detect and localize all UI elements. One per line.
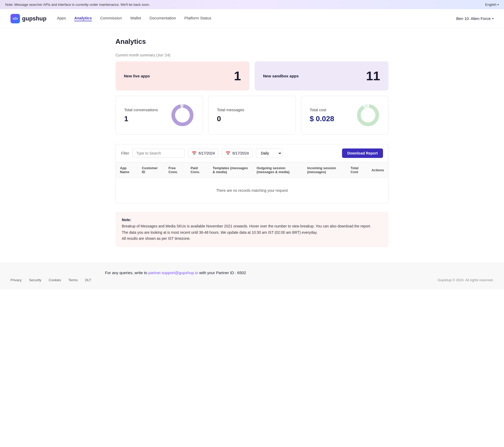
summary-row-1: New live apps 1 New sandbox apps 11 [116,61,388,91]
filter-row: Filter 📅 6/17/2024 📅 6/17/2024 Daily Wee… [116,144,388,162]
live-apps-value: 1 [234,69,241,83]
table-body: There are no records matching your reque… [116,178,388,203]
note-box: Note: Breakup of Messages and Media SKUs… [116,212,388,247]
svg-point-5 [362,109,374,121]
footer-email-link[interactable]: partner.support@gupshup.io [148,270,198,275]
user-menu[interactable]: Ben 10: Alien Force [456,16,494,21]
table-empty-message: There are no records matching your reque… [116,178,388,203]
logo-link[interactable]: </> gupshup [10,14,46,23]
messages-label: Total messages [217,108,244,112]
calendar-to-icon: 📅 [226,151,230,155]
footer-security[interactable]: Security [29,278,41,282]
maintenance-banner: Note: Message searcher APIs and interfac… [0,0,504,9]
analytics-table: App Name Customer ID Free Conv. Paid Con… [116,162,388,203]
table-header-row: App Name Customer ID Free Conv. Paid Con… [116,162,388,178]
sandbox-apps-label: New sandbox apps [263,74,299,78]
nav-platform-status[interactable]: Platform Status [184,16,211,21]
table-empty-row: There are no records matching your reque… [116,178,388,203]
data-table-container: App Name Customer ID Free Conv. Paid Con… [116,162,388,203]
col-total-cost: Total Cost [346,162,368,178]
table-header: App Name Customer ID Free Conv. Paid Con… [116,162,388,178]
messages-info: Total messages 0 [217,108,244,123]
language-selector[interactable]: English [485,3,499,7]
logo-icon: </> [10,14,20,23]
footer: For any queries, write to partner.suppor… [0,263,504,289]
nav-documentation[interactable]: Documentation [149,16,176,21]
search-input[interactable] [132,149,185,158]
col-free-conv: Free Conv. [164,162,186,178]
nav-commission[interactable]: Commission [100,16,122,21]
svg-point-2 [177,109,188,121]
note-line-3: All results are shown as per IST timezon… [122,236,382,242]
col-app-name: App Name [116,162,138,178]
nav-analytics[interactable]: Analytics [74,16,92,21]
footer-query: For any queries, write to partner.suppor… [105,270,246,275]
note-line-1: Breakup of Messages and Media SKUs is av… [122,223,382,230]
footer-query-text: For any queries, write to [105,270,148,275]
footer-cookies[interactable]: Cookies [49,278,61,282]
sandbox-apps-value: 11 [366,69,380,83]
col-incoming: Incoming session (messages) [303,162,346,178]
banner-message: Note: Message searcher APIs and interfac… [5,3,150,7]
summary-period-label: Current month summary (Jun '24) [116,53,388,57]
date-from-picker[interactable]: 📅 6/17/2024 [188,149,219,158]
nav-wallet[interactable]: Wallet [130,16,141,21]
conversations-donut [171,103,194,127]
note-line-2: The data you are looking at is most rece… [122,230,382,236]
date-from-value: 6/17/2024 [198,151,215,155]
calendar-from-icon: 📅 [192,151,196,155]
footer-dlt[interactable]: DLT [85,278,91,282]
conversations-info: Total conversations 1 [124,108,158,123]
page-title: Analytics [116,38,388,46]
conversations-card: Total conversations 1 [116,96,203,135]
footer-terms[interactable]: Terms [69,278,78,282]
live-apps-card: New live apps 1 [116,61,249,91]
filter-label: Filter [121,151,129,155]
download-report-button[interactable]: Download Report [342,148,383,158]
user-name: Ben 10: Alien Force [456,16,491,21]
main-content: Analytics Current month summary (Jun '24… [105,28,399,263]
cost-info: Total cost $ 0.028 [310,108,334,123]
col-outgoing: Outgoing session (messages & media) [252,162,303,178]
sandbox-apps-card: New sandbox apps 11 [255,61,388,91]
footer-privacy[interactable]: Privacy [10,278,22,282]
cost-card: Total cost $ 0.028 [301,96,388,135]
interval-select[interactable]: Daily Weekly Monthly [256,148,282,158]
col-paid-conv: Paid Conv. [186,162,208,178]
navbar: </> gupshup Apps Analytics Commission Wa… [0,9,504,28]
footer-main: For any queries, write to partner.suppor… [105,270,399,275]
messages-value: 0 [217,115,244,123]
logo-text: gupshup [22,15,46,22]
date-to-picker[interactable]: 📅 6/17/2024 [222,149,253,158]
note-title: Note: [122,218,131,222]
messages-card: Total messages 0 [208,96,296,135]
date-to-value: 6/17/2024 [232,151,249,155]
col-actions: Actions [367,162,388,178]
footer-links: Privacy Security Cookies Terms DLT Gupsh… [10,278,494,282]
summary-row-2: Total conversations 1 Total messages 0 T… [116,96,388,135]
nav-apps[interactable]: Apps [57,16,66,21]
col-customer-id: Customer ID [138,162,164,178]
col-templates: Templates (messages & media) [208,162,252,178]
nav-links: Apps Analytics Commission Wallet Documen… [57,16,456,21]
conversations-label: Total conversations [124,108,158,112]
footer-partner-id: with your Partner ID : 6502 [199,270,246,275]
live-apps-label: New live apps [124,74,150,78]
cost-label: Total cost [310,108,334,112]
cost-donut [356,103,380,127]
conversations-value: 1 [124,115,158,123]
cost-value: $ 0.028 [310,115,334,123]
footer-copyright: Gupshup © 2024. All rights reserved. [438,278,494,282]
